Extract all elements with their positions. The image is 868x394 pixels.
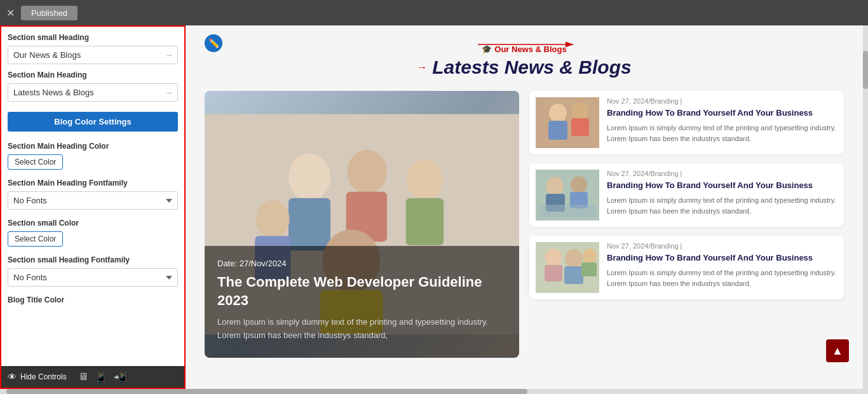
blog-card-2[interactable]: Nov 27, 2024/Branding | Branding How To … [529, 163, 844, 227]
blog-card-3[interactable]: Nov 27, 2024/Branding | Branding How To … [529, 236, 844, 299]
section-main-heading-display: Latests News & Blogs [432, 57, 631, 78]
svg-rect-30 [564, 266, 583, 284]
desktop-view-icon[interactable]: 🖥 [78, 371, 88, 383]
scroll-to-top-button[interactable]: ▲ [826, 339, 849, 362]
svg-point-23 [571, 176, 587, 194]
svg-rect-28 [545, 265, 562, 282]
svg-rect-10 [406, 198, 444, 245]
right-scrollbar-thumb[interactable] [863, 51, 868, 89]
blog-card-1-meta: Nov 27, 2024/Branding | [607, 97, 837, 105]
side-blogs-list: Nov 27, 2024/Branding | Branding How To … [529, 91, 844, 299]
blog-card-1-title: Branding How To Brand Yourself And Your … [607, 107, 837, 119]
blog-card-3-content: Nov 27, 2024/Branding | Branding How To … [607, 242, 837, 293]
section-small-heading-input-wrapper: → [8, 46, 178, 64]
svg-rect-17 [548, 121, 567, 140]
bottom-controls: 👁 Hide Controls 🖥 📱 📲 [1, 366, 184, 388]
featured-date: Date: 27/Nov/2024 [217, 259, 506, 268]
blog-card-3-title: Branding How To Brand Yourself And Your … [607, 252, 837, 264]
main-heading-font-label: Section Main Heading Fontfamily [8, 179, 178, 187]
blog-title-color-label: Blog Title Color [8, 296, 178, 304]
small-heading-font-select[interactable]: No Fonts [8, 268, 178, 287]
svg-point-9 [407, 160, 444, 200]
blog-card-1[interactable]: Nov 27, 2024/Branding | Branding How To … [529, 91, 844, 154]
svg-rect-32 [581, 262, 597, 276]
blog-card-2-content: Nov 27, 2024/Branding | Branding How To … [607, 170, 837, 221]
svg-point-21 [546, 177, 564, 196]
section-small-heading-label: Section small Heading [8, 33, 178, 42]
select-color-2-button[interactable]: Select Color [8, 231, 63, 247]
svg-point-27 [545, 248, 562, 266]
graduation-icon: 🎓 [482, 44, 492, 54]
hide-controls-toggle[interactable]: 👁 Hide Controls [8, 372, 67, 382]
content-area: ✏️ 🎓 Our News & Blogs [186, 25, 863, 389]
svg-point-11 [256, 200, 290, 238]
blog-card-2-meta: Nov 27, 2024/Branding | [607, 170, 837, 177]
blog-color-settings-button[interactable]: Blog Color Settings [8, 112, 178, 132]
section-main-heading-input[interactable] [8, 83, 178, 102]
sidebar: Section small Heading → Section Main Hea… [0, 25, 186, 389]
published-button[interactable]: Published [21, 6, 78, 20]
bottom-scrollbar-thumb[interactable] [6, 389, 527, 394]
blog-card-1-excerpt: Lorem Ipsum is simply dummy text of the … [607, 123, 837, 144]
main-layout: Section small Heading → Section Main Hea… [0, 25, 868, 389]
blog-card-3-meta: Nov 27, 2024/Branding | [607, 242, 837, 250]
top-bar: ✕ Published [0, 0, 868, 25]
svg-rect-19 [571, 118, 589, 136]
blog-card-1-content: Nov 27, 2024/Branding | Branding How To … [607, 97, 837, 148]
blog-card-3-excerpt: Lorem Ipsum is simply dummy text of the … [607, 268, 837, 289]
svg-rect-15 [536, 97, 599, 148]
main-heading-font-select[interactable]: No Fonts [8, 191, 178, 210]
small-font-label: Section small Heading Fontfamily [8, 255, 178, 264]
section-small-heading-display: 🎓 Our News & Blogs [205, 44, 844, 54]
select-color-1-button[interactable]: Select Color [8, 154, 63, 170]
close-button[interactable]: ✕ [6, 7, 15, 19]
view-icons: 🖥 📱 📲 [78, 371, 126, 383]
right-scrollbar [863, 25, 868, 389]
arrow-right-icon: → [417, 62, 427, 73]
section-main-heading-input-wrapper: → [8, 83, 178, 102]
featured-blog-overlay: Date: 27/Nov/2024 The Complete Web Devel… [205, 246, 519, 358]
blog-grid: Date: 27/Nov/2024 The Complete Web Devel… [205, 91, 844, 358]
mobile-view-icon[interactable]: 📲 [114, 371, 126, 383]
svg-point-7 [347, 150, 387, 194]
svg-point-5 [288, 154, 330, 201]
tablet-view-icon[interactable]: 📱 [95, 371, 107, 383]
blog-card-2-image [536, 170, 599, 221]
eye-icon: 👁 [8, 372, 17, 382]
blog-card-2-title: Branding How To Brand Yourself And Your … [607, 180, 837, 191]
svg-rect-6 [288, 198, 330, 251]
svg-point-18 [572, 102, 588, 120]
small-color-label: Section small Color [8, 219, 178, 228]
blog-card-3-image [536, 242, 599, 293]
section-main-heading-label: Section Main Heading [8, 71, 178, 79]
main-heading-color-label: Section Main Heading Color [8, 142, 178, 151]
blog-card-1-image [536, 97, 599, 148]
bottom-scrollbar [0, 389, 868, 394]
svg-rect-25 [539, 205, 596, 217]
featured-title: The Complete Web Developer Guideline 202… [217, 273, 506, 309]
svg-point-31 [583, 248, 597, 264]
svg-point-29 [565, 249, 583, 268]
section-small-heading-input[interactable] [8, 46, 178, 64]
blog-card-2-excerpt: Lorem Ipsum is simply dummy text of the … [607, 195, 837, 216]
hide-controls-label: Hide Controls [20, 372, 67, 381]
featured-excerpt: Lorem Ipsum is simply dummy text of the … [217, 316, 506, 343]
featured-blog-card[interactable]: Date: 27/Nov/2024 The Complete Web Devel… [205, 91, 519, 358]
svg-point-16 [549, 104, 567, 123]
